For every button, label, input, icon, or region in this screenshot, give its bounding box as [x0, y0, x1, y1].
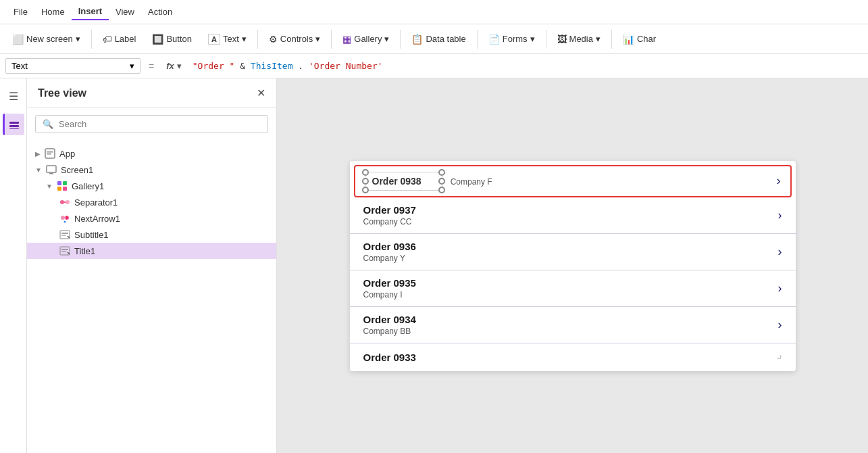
- button-button[interactable]: 🔲 Button: [145, 31, 199, 47]
- gallery-row-4[interactable]: Order 0935 Company I ›: [350, 270, 796, 307]
- formula-dropdown-arrow-icon: ▾: [130, 61, 134, 71]
- handle-tl: [362, 169, 369, 176]
- svg-rect-10: [57, 187, 61, 191]
- gallery-row-4-arrow: ›: [778, 281, 782, 295]
- tree-item-nextarrow1-label: NextArrow1: [74, 214, 120, 224]
- tree-item-nextarrow1[interactable]: NextArrow1: [27, 210, 276, 226]
- menu-home[interactable]: Home: [34, 4, 72, 20]
- toolbar-separator-3: [331, 30, 332, 49]
- svg-point-12: [60, 200, 64, 204]
- tree-item-gallery1-label: Gallery1: [72, 181, 104, 191]
- svg-rect-8: [57, 181, 61, 185]
- gallery1-expand-icon: ▼: [46, 183, 53, 190]
- handle-mr: [438, 178, 445, 185]
- gallery-row-1[interactable]: Order 0938 Company F: [355, 166, 790, 196]
- media-button[interactable]: 🖼 Media ▾: [551, 31, 607, 47]
- gallery-row-6[interactable]: Order 0933 ›: [350, 343, 796, 371]
- svg-point-13: [66, 200, 70, 204]
- svg-rect-21: [60, 247, 70, 255]
- svg-rect-2: [9, 128, 19, 129]
- gallery-row-selected-wrapper: Order 0938 Company F: [354, 165, 792, 197]
- gallery-row-2-text: Order 0937 Company CC: [363, 204, 416, 226]
- button-label: Button: [166, 34, 192, 44]
- controls-icon: ⚙: [269, 34, 278, 45]
- data-table-label: Data table: [426, 34, 465, 44]
- gallery-row-3[interactable]: Order 0936 Company Y ›: [350, 234, 796, 270]
- sidebar: Tree view ✕ 🔍 ▶ App ▼ Screen1 ▼: [27, 78, 277, 453]
- svg-rect-4: [47, 151, 53, 153]
- svg-point-17: [64, 221, 66, 223]
- gallery-row-6-text: Order 0933: [363, 352, 416, 363]
- sidebar-title: Tree view: [38, 87, 86, 99]
- formula-thisitem: ThisItem: [251, 61, 293, 71]
- formula-order-number: 'Order Number': [309, 61, 383, 71]
- gallery-row-5-arrow: ›: [778, 318, 782, 332]
- formula-input[interactable]: "Order " & ThisItem . 'Order Number': [190, 59, 863, 72]
- separator-icon: [59, 197, 70, 208]
- formula-ampersand: &: [240, 61, 251, 71]
- formula-dropdown-value: Text: [11, 61, 28, 71]
- selected-title-box: Order 0938: [365, 172, 442, 191]
- label-icon: 🏷: [103, 34, 112, 45]
- formula-fx-button[interactable]: fx ▾: [162, 61, 186, 71]
- menu-insert[interactable]: Insert: [72, 3, 109, 20]
- svg-rect-7: [49, 173, 53, 174]
- formula-dropdown[interactable]: Text ▾: [5, 58, 141, 74]
- new-screen-button[interactable]: ⬜ New screen ▾: [5, 31, 87, 47]
- app-expand-icon: ▶: [35, 150, 41, 158]
- formula-fx-arrow-icon: ▾: [177, 61, 182, 71]
- text-button[interactable]: A Text ▾: [201, 31, 253, 47]
- tree-item-gallery1[interactable]: ▼ Gallery1: [27, 178, 276, 194]
- gallery-row-1-content: Order 0938 Company F: [365, 172, 492, 191]
- layers-button[interactable]: [3, 114, 24, 135]
- gallery-row-6-title: Order 0933: [363, 352, 416, 363]
- chart-button[interactable]: 📊 Char: [616, 31, 663, 47]
- gallery-row-1-arrow: ›: [777, 174, 781, 188]
- data-table-button[interactable]: 📋 Data table: [405, 31, 472, 47]
- formula-string-part: "Order ": [193, 61, 235, 71]
- toolbar-separator-4: [400, 30, 401, 49]
- label-label: Label: [115, 34, 136, 44]
- gallery-row-5[interactable]: Order 0934 Company BB ›: [350, 307, 796, 343]
- gallery-panel: Order 0938 Company F: [350, 161, 796, 371]
- title-icon: [59, 245, 70, 256]
- main-layout: ☰ Tree view ✕ 🔍 ▶ App: [0, 78, 868, 453]
- screen-icon: [46, 164, 57, 175]
- formula-fx-label: fx: [166, 61, 174, 71]
- label-button[interactable]: 🏷 Label: [96, 31, 143, 47]
- menu-view[interactable]: View: [109, 4, 141, 20]
- nextarrow-icon: [59, 213, 70, 224]
- controls-label: Controls: [280, 34, 313, 44]
- gallery-button[interactable]: ▦ Gallery ▾: [336, 31, 396, 47]
- new-screen-arrow-icon: ▾: [76, 34, 80, 44]
- gallery-row-4-title: Order 0935: [363, 277, 416, 289]
- menu-bar: File Home Insert View Action: [0, 0, 868, 24]
- menu-action[interactable]: Action: [141, 4, 179, 20]
- gallery-row-1-title: Order 0938: [372, 176, 422, 187]
- handle-bl: [362, 187, 369, 193]
- forms-button[interactable]: 📄 Forms ▾: [482, 31, 542, 47]
- handle-br: [438, 187, 445, 193]
- button-icon: 🔲: [152, 34, 163, 45]
- text-arrow-icon: ▾: [242, 34, 247, 44]
- tree-item-screen1[interactable]: ▼ Screen1: [27, 162, 276, 178]
- search-input[interactable]: [59, 119, 261, 129]
- gallery-row-4-text: Order 0935 Company I: [363, 277, 416, 300]
- tree-item-title1[interactable]: Title1: [27, 243, 276, 259]
- handle-tr: [438, 169, 445, 176]
- tree-item-separator1[interactable]: Separator1: [27, 194, 276, 210]
- tree-item-app[interactable]: ▶ App: [27, 145, 276, 162]
- text-label: Text: [223, 34, 239, 44]
- gallery-row-5-subtitle: Company BB: [363, 327, 416, 336]
- canvas-area: Order 0938 Company F: [277, 78, 868, 453]
- toolbar-separator-2: [257, 30, 258, 49]
- gallery-row-5-text: Order 0934 Company BB: [363, 314, 416, 336]
- hamburger-menu-button[interactable]: ☰: [3, 85, 24, 107]
- controls-button[interactable]: ⚙ Controls ▾: [262, 31, 327, 47]
- menu-file[interactable]: File: [7, 4, 34, 20]
- tree-item-subtitle1[interactable]: Subtitle1: [27, 226, 276, 243]
- layers-icon: [8, 118, 20, 130]
- new-screen-icon: ⬜: [12, 34, 24, 45]
- gallery-row-2[interactable]: Order 0937 Company CC ›: [350, 197, 796, 234]
- sidebar-close-button[interactable]: ✕: [257, 87, 265, 99]
